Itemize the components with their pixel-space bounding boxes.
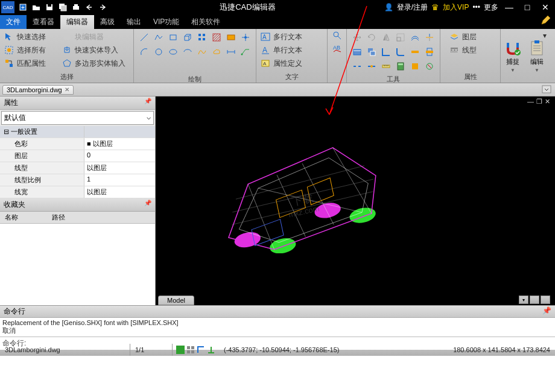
ellipsearc-icon[interactable] <box>181 45 194 58</box>
corner-icon[interactable] <box>379 45 393 58</box>
file-tab[interactable]: 3DLamborgini.dwg ✕ <box>2 85 74 95</box>
vip-link[interactable]: 加入VIP <box>443 2 469 13</box>
array-icon[interactable] <box>195 31 209 44</box>
match-prop[interactable]: 匹配属性 <box>4 57 62 69</box>
drawing-canvas[interactable]: — ❐ ✕ 下载 mxz.com <box>156 96 555 305</box>
tool5-icon[interactable] <box>408 45 422 58</box>
prop-row-layer[interactable]: 图层0 <box>0 150 155 162</box>
svg-rect-15 <box>198 34 201 36</box>
open-icon[interactable] <box>30 1 42 13</box>
singleline-text[interactable]: A单行文本 <box>260 44 323 56</box>
save-icon[interactable] <box>43 1 56 13</box>
saveall-icon[interactable] <box>57 1 69 13</box>
status-icon-4[interactable] <box>207 346 215 354</box>
pin-icon[interactable]: 📌 <box>144 98 151 108</box>
menu-file[interactable]: 文件 <box>0 15 27 29</box>
pencil-icon[interactable] <box>541 16 551 27</box>
attr-define[interactable]: A属性定义 <box>260 57 323 69</box>
menu-advanced[interactable]: 高级 <box>94 15 121 29</box>
maximize-button[interactable]: □ <box>520 1 534 13</box>
scale-icon[interactable] <box>394 31 407 44</box>
menu-related[interactable]: 相关软件 <box>185 15 226 29</box>
calc-icon[interactable] <box>394 60 407 73</box>
pin-icon[interactable]: 📌 <box>144 200 151 210</box>
selectall-icon <box>4 45 14 55</box>
menu-output[interactable]: 输出 <box>121 15 147 29</box>
car-wireframe: 下载 mxz.com <box>192 121 391 253</box>
property-selector[interactable]: 默认值⌵ <box>1 111 154 125</box>
nav-left-icon[interactable] <box>530 296 539 304</box>
menu-editor[interactable]: 编辑器 <box>60 15 94 29</box>
linetype-item[interactable]: 线型 <box>449 44 496 56</box>
canvas-min-icon[interactable]: — <box>527 98 534 106</box>
svg-text:A: A <box>262 46 267 54</box>
canvas-close-icon[interactable]: ✕ <box>545 98 550 106</box>
hatch-icon[interactable] <box>210 31 223 44</box>
point-icon[interactable] <box>239 31 252 44</box>
canvas-restore-icon[interactable]: ❐ <box>536 98 542 106</box>
offset-icon[interactable] <box>408 31 422 44</box>
red-arrow-annotation <box>325 0 373 121</box>
region-icon[interactable] <box>224 31 238 44</box>
menu-viewer[interactable]: 查看器 <box>27 15 60 29</box>
app-logo: CAD <box>1 1 14 13</box>
svg-rect-10 <box>5 60 8 63</box>
col-path[interactable]: 路径 <box>47 212 70 223</box>
layout-dd-icon[interactable]: ▾ <box>519 296 528 304</box>
more-link[interactable]: 更多 <box>484 2 498 13</box>
group-label-attr: 属性 <box>440 72 500 83</box>
line-icon[interactable] <box>138 31 151 44</box>
fast-solid-import[interactable]: 快速实体导入 <box>62 44 130 56</box>
tool-extra1-icon[interactable] <box>408 60 422 73</box>
snap-button[interactable]: 捕捉▼ <box>501 29 525 83</box>
prop-row-linetype[interactable]: 线型以图层 <box>0 162 155 174</box>
svg-rect-14 <box>170 35 176 40</box>
select-all[interactable]: 选择所有 <box>4 44 62 56</box>
status-icon-3[interactable] <box>197 346 205 354</box>
dim-icon[interactable] <box>224 45 238 58</box>
login-link[interactable]: 登录/注册 <box>397 2 428 13</box>
prop-row-linewidth[interactable]: 线宽以图层 <box>0 186 155 198</box>
status-icon-1[interactable] <box>176 346 185 354</box>
arc-icon[interactable] <box>138 45 151 58</box>
polyline-icon[interactable] <box>152 31 165 44</box>
status-icon-2[interactable] <box>186 346 195 354</box>
measure-icon[interactable] <box>379 60 393 73</box>
tab-overflow-icon[interactable] <box>542 85 551 95</box>
new-icon[interactable]: + <box>17 1 29 13</box>
spline-icon[interactable] <box>195 45 209 58</box>
model-tab[interactable]: Model <box>158 296 194 305</box>
fillet-icon[interactable] <box>394 45 407 58</box>
mirror-icon[interactable] <box>379 31 393 44</box>
svg-rect-3 <box>48 4 51 7</box>
multiline-text[interactable]: A多行文本 <box>260 31 323 43</box>
layer-item[interactable]: 图层 <box>449 31 496 43</box>
redo-icon[interactable] <box>97 1 109 13</box>
circle-icon[interactable] <box>152 45 165 58</box>
print-icon[interactable] <box>70 1 82 13</box>
undo-icon[interactable] <box>83 1 95 13</box>
ribbon-collapse-icon[interactable]: ▾ <box>543 31 553 41</box>
rect-icon[interactable] <box>166 31 180 44</box>
menu-vipfunc[interactable]: VIP功能 <box>147 15 185 29</box>
leader-icon[interactable] <box>239 45 252 58</box>
status-page: 1/1 <box>130 344 173 356</box>
prop-row-linescale[interactable]: 线型比例1 <box>0 174 155 186</box>
ellipse-icon[interactable] <box>166 45 180 58</box>
pin-icon[interactable]: 📌 <box>542 306 551 317</box>
nav-right-icon[interactable] <box>541 296 550 304</box>
tool6-icon[interactable] <box>423 45 436 58</box>
col-name[interactable]: 名称 <box>0 212 23 223</box>
quick-select[interactable]: 快速选择 <box>4 31 62 43</box>
trim-icon[interactable] <box>423 31 436 44</box>
rect3d-icon[interactable] <box>181 31 194 44</box>
svg-rect-81 <box>187 346 190 349</box>
cloud-icon[interactable] <box>210 45 223 58</box>
poly-solid-input[interactable]: 多边形实体输入 <box>62 57 130 69</box>
close-tab-icon[interactable]: ✕ <box>65 86 69 93</box>
close-button[interactable]: ✕ <box>538 1 553 13</box>
tool-extra2-icon[interactable] <box>423 60 436 73</box>
svg-rect-12 <box>64 34 70 40</box>
prop-row-color[interactable]: 色彩■ 以图层 <box>0 138 155 150</box>
minimize-button[interactable]: — <box>502 1 516 13</box>
